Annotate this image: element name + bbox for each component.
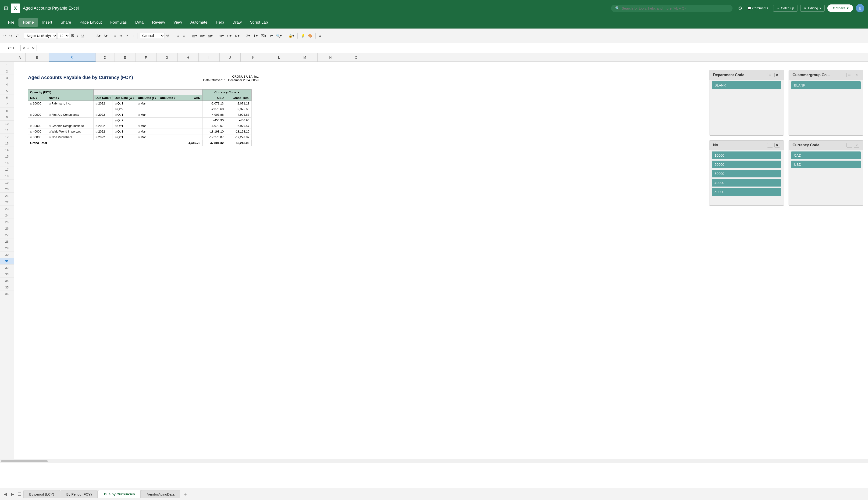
col-header-m[interactable]: M (292, 53, 318, 62)
no-filter-icon[interactable]: ▾ (36, 97, 37, 99)
menu-item-share[interactable]: Share (56, 18, 75, 27)
expand-toolbar-button[interactable]: ∧ (317, 33, 322, 38)
comments-button[interactable]: 💬 Comments (745, 5, 771, 11)
cell-qtr-11[interactable]: ⊟ Qtr2 (113, 106, 136, 112)
table-row[interactable]: ⊟ 10000 ⊟ Fabrikam, Inc. ⊟ 2022 ⊟ Qtr1 ⊟ (28, 101, 251, 106)
cell-cad-13[interactable] (179, 117, 202, 123)
cell-no-11[interactable] (28, 106, 47, 112)
sensitivity-button[interactable]: 🔒▾ (287, 33, 295, 38)
row-num-30[interactable]: 30 (0, 251, 14, 258)
insert-button[interactable]: ⊕▾ (218, 33, 225, 38)
cell-no-50000[interactable]: ⊟ 50000 (28, 134, 47, 140)
cell-year-10-1[interactable]: ⊟ 2022 (94, 101, 113, 106)
slicer-currency-item-usd[interactable]: USD (791, 161, 861, 168)
cell-cad-16[interactable] (179, 134, 202, 140)
cell-cad-12[interactable] (179, 112, 202, 117)
menu-item-data[interactable]: Data (131, 18, 148, 27)
bold-button[interactable]: B (70, 33, 75, 39)
row-num-16[interactable]: 16 (0, 160, 14, 167)
cell-duedate-14[interactable] (158, 123, 179, 129)
format-select[interactable]: General Number Currency Percentage (140, 33, 164, 39)
cell-cad-14[interactable] (179, 123, 202, 129)
row-num-3[interactable]: 3 (0, 75, 14, 81)
row-num-14[interactable]: 14 (0, 147, 14, 154)
row-num-11[interactable]: 11 (0, 127, 14, 134)
menu-item-home[interactable]: Home (19, 18, 38, 27)
settings-icon[interactable]: ⚙ (738, 5, 742, 11)
row-num-12[interactable]: 12 (0, 134, 14, 140)
slicer-currency-clear[interactable]: ✕ (854, 143, 859, 148)
open-by-header[interactable]: Open by (FCY) (28, 90, 94, 95)
cell-gt-16[interactable]: -17,273.87 (226, 134, 251, 140)
row-num-2[interactable]: 2 (0, 68, 14, 75)
col-header-k[interactable]: K (241, 53, 266, 62)
filter-dropdown-icon[interactable]: ▾ (238, 91, 239, 94)
slicer-no-item-40000[interactable]: 40000 (712, 179, 781, 186)
sheet-menu-button[interactable]: ☰ (16, 491, 23, 498)
sort-filter-button[interactable]: ↕▾ (268, 33, 274, 38)
row-num-17[interactable]: 17 (0, 167, 14, 173)
slicer-no-clear[interactable]: ✕ (774, 143, 780, 148)
cell-cad-11[interactable] (179, 106, 202, 112)
grand-total-usd[interactable]: -47,801.32 (202, 140, 226, 146)
duedate-filter-icon[interactable]: ▾ (109, 97, 111, 99)
font-size-select[interactable]: 10 11 12 (57, 33, 69, 39)
row-num-20[interactable]: 20 (0, 186, 14, 193)
tab-scroll-left-button[interactable]: ◀ (2, 491, 9, 498)
grand-total-gt[interactable]: -52,248.05 (226, 140, 251, 146)
fill-color-button[interactable]: A▾ (95, 33, 102, 38)
search-box[interactable]: 🔍 (611, 5, 732, 12)
format-painter-button[interactable]: 🖌 (14, 33, 20, 38)
cell-month-11[interactable] (136, 106, 158, 112)
cell-year-14[interactable]: ⊟ 2022 (94, 123, 113, 129)
cell-no-13[interactable] (28, 117, 47, 123)
due-date-b-col-header[interactable]: Due Date (t ▾ (136, 95, 158, 101)
cell-usd-16[interactable]: -17,273.87 (202, 134, 226, 140)
autosum-button[interactable]: Σ▾ (245, 33, 251, 38)
row-num-26[interactable]: 26 (0, 225, 14, 232)
row-num-35[interactable]: 35 (0, 284, 14, 291)
slicer-no-item-20000[interactable]: 20000 (712, 161, 781, 168)
row-num-9[interactable]: 9 (0, 114, 14, 121)
clear-button[interactable]: ⌧▾ (259, 33, 268, 38)
cell-name-graphic[interactable]: ⊟ Graphic Design Institute (47, 123, 94, 129)
menu-item-help[interactable]: Help (212, 18, 228, 27)
cell-month-14[interactable]: ⊟ Mar (136, 123, 158, 129)
cell-cad-15[interactable] (179, 129, 202, 134)
add-sheet-button[interactable]: ＋ (181, 490, 190, 499)
slicer-no-item-50000[interactable]: 50000 (712, 188, 781, 196)
slicer-no-item-10000[interactable]: 10000 (712, 151, 781, 159)
more-options-button[interactable]: ··· (86, 33, 91, 38)
cell-gt-10-1[interactable]: -2,071.13 (226, 101, 251, 106)
cell-duedate-15[interactable] (158, 129, 179, 134)
format-cells-button[interactable]: ⚙▾ (233, 33, 241, 38)
due-date-c-col-header[interactable]: Due Date (C ▾ (113, 95, 136, 101)
cell-year-13[interactable] (94, 117, 113, 123)
color-wheel-button[interactable]: 🎨 (307, 33, 314, 38)
tab-due-by-currencies[interactable]: Due by Currencies (98, 490, 141, 498)
slicer-no-multiselect[interactable]: ☰ (767, 143, 773, 148)
tab-by-period-lcy[interactable]: By period (LCY) (23, 490, 60, 498)
cell-year-16[interactable]: ⊟ 2022 (94, 134, 113, 140)
cell-month-15[interactable]: ⊟ Mar (136, 129, 158, 134)
wrap-text-button[interactable]: ↵ (124, 33, 130, 38)
align-center-button[interactable]: ⇔ (118, 33, 124, 38)
cell-gt-13[interactable]: -450.90 (226, 117, 251, 123)
format-as-table-button[interactable]: ⊞▾ (199, 33, 206, 38)
row-num-27[interactable]: 27 (0, 232, 14, 238)
insert-function-icon[interactable]: fx (32, 46, 34, 50)
row-num-32[interactable]: 32 (0, 265, 14, 271)
row-num-8[interactable]: 8 (0, 107, 14, 114)
share-button[interactable]: ↗ Share ▾ (828, 4, 853, 12)
row-num-15[interactable]: 15 (0, 154, 14, 160)
row-num-24[interactable]: 24 (0, 212, 14, 219)
slicer-department-item-blank[interactable]: BLANK (712, 81, 781, 89)
cell-usd-10-1[interactable]: -2,071.13 (202, 101, 226, 106)
menu-item-draw[interactable]: Draw (228, 18, 246, 27)
row-num-22[interactable]: 22 (0, 199, 14, 206)
cell-year-15[interactable]: ⊟ 2022 (94, 129, 113, 134)
table-row[interactable]: ⊟ 20000 ⊟ First Up Consultants ⊟ 2022 ⊟ … (28, 112, 251, 117)
slicer-customergroup-item-blank[interactable]: BLANK (791, 81, 861, 89)
menu-item-page-layout[interactable]: Page Layout (75, 18, 106, 27)
horizontal-scrollbar[interactable] (0, 459, 868, 463)
